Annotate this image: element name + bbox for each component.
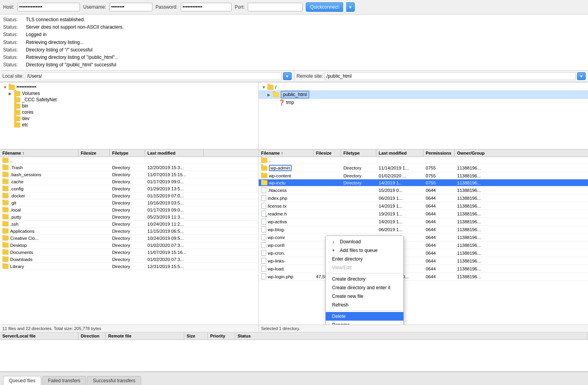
ctx-item-label: Download xyxy=(340,239,361,245)
remote-file-row[interactable]: wp-blog- 06/2019 1... 0644 11388196... xyxy=(259,226,588,234)
file-owner-cell: 11388196... xyxy=(455,235,588,240)
remote-col-header-size[interactable]: Filesize xyxy=(314,150,341,157)
local-file-row[interactable]: .ssh Directory 10/24/2019 11:2... xyxy=(0,221,258,228)
remote-tree-item[interactable]: ❓tmp xyxy=(259,99,588,106)
quickconnect-button[interactable]: Quickconnect xyxy=(306,2,343,12)
remote-file-row[interactable]: wp-inclu Directory 14/2019 1... 0755 113… xyxy=(259,179,588,186)
file-name: wp-blog- xyxy=(268,227,285,232)
local-col-header-modified[interactable]: Last modified xyxy=(145,150,204,157)
file-perms-cell: 0755 xyxy=(423,173,455,179)
ctx-item-icon: ↓ xyxy=(332,239,338,245)
status-label: Status: xyxy=(3,54,23,61)
remote-path-input[interactable] xyxy=(325,72,575,80)
context-menu-item[interactable]: Delete xyxy=(326,312,403,321)
file-name-cell: wp-inclu xyxy=(259,180,314,186)
remote-file-row[interactable]: wp-activa 14/2019 1... 0644 11388196... xyxy=(259,218,588,226)
local-file-row[interactable]: Library Directory 12/31/2019 15:5... xyxy=(0,263,258,270)
remote-tree-item[interactable]: ▼/ xyxy=(259,84,588,90)
local-file-row[interactable]: .local Directory 01/17/2019 09:0... xyxy=(0,206,258,213)
file-icon xyxy=(261,242,266,248)
local-tree-item[interactable]: ▼•••••••••••• xyxy=(0,84,258,90)
remote-col-header-type[interactable]: Filetype xyxy=(341,150,376,157)
context-menu-item[interactable]: ↓Download xyxy=(326,237,403,246)
local-file-row[interactable]: .git Directory 10/16/2019 03:5... xyxy=(0,199,258,206)
local-col-header-size[interactable]: Filesize xyxy=(78,150,110,157)
remote-file-row[interactable]: wp-login.php 47,597 php-file 12/13/2019 … xyxy=(259,273,588,281)
local-tree-item[interactable]: cores xyxy=(0,109,258,115)
tab-successful-transfers[interactable]: Successful transfers xyxy=(87,376,141,385)
local-file-row[interactable]: Creative Clo... Directory 10/24/2019 09:… xyxy=(0,235,258,242)
remote-file-row[interactable]: index.php 06/2019 1... 0644 11388196... xyxy=(259,194,588,202)
remote-file-row[interactable]: wp-confi 12/2019 1... 0644 11388196... xyxy=(259,241,588,249)
port-input[interactable] xyxy=(248,3,303,11)
local-file-row[interactable]: Downloads Directory 01/02/2020 07:3... xyxy=(0,256,258,263)
context-menu-item[interactable]: Create directory and enter it xyxy=(326,283,403,292)
file-attrs-cell xyxy=(204,167,258,168)
context-menu-item[interactable]: Refresh xyxy=(326,301,403,309)
context-menu-item[interactable]: Create new file xyxy=(326,292,403,301)
file-type-cell xyxy=(341,221,376,222)
local-file-row[interactable]: .. xyxy=(0,157,258,164)
tab-queued-files[interactable]: Queued files xyxy=(3,376,41,385)
local-file-row[interactable]: .config Directory 01/29/2019 13:5... xyxy=(0,185,258,192)
local-tree-item[interactable]: bin xyxy=(0,103,258,109)
file-icon xyxy=(261,219,266,224)
local-col-header-name[interactable]: Filename ↑ xyxy=(0,150,78,157)
context-menu-item[interactable]: +Add files to queue xyxy=(326,246,403,255)
context-menu-item[interactable]: Enter directory xyxy=(326,255,403,263)
remote-file-row[interactable]: license.tx 14/2019 1... 0644 11388196... xyxy=(259,202,588,210)
remote-file-row[interactable]: readme.h 19/2019 1... 0644 11388196... xyxy=(259,210,588,218)
local-col-header-attrs[interactable] xyxy=(204,150,258,157)
remote-site-dropdown[interactable]: ▼ xyxy=(577,72,586,80)
local-site-dropdown[interactable]: ▼ xyxy=(283,72,292,80)
remote-file-row[interactable]: wp-cron. 14/2019 1... 0644 11388196... xyxy=(259,249,588,257)
local-file-row[interactable]: Documents Directory 11/07/2019 15:16... xyxy=(0,249,258,256)
remote-file-row[interactable]: .htaccess 15/2019 0... 0644 11388196... xyxy=(259,186,588,194)
remote-file-row[interactable]: .. xyxy=(259,157,588,164)
tree-item-label: / xyxy=(275,84,276,90)
file-owner-cell: 11388196... xyxy=(455,219,588,224)
remote-file-row[interactable]: wp-content Directory 01/02/2020 ... 0755… xyxy=(259,172,588,179)
ctx-item-label: View/Edit xyxy=(332,265,352,270)
file-modified-cell: 19/2019 1... xyxy=(376,211,423,217)
remote-col-header-owner[interactable]: Owner/Group xyxy=(455,150,588,157)
remote-col-header-modified[interactable]: Last modified xyxy=(376,150,423,157)
local-file-row[interactable]: .putty Directory 05/23/2019 11:3... xyxy=(0,213,258,221)
remote-file-row[interactable]: wp-load. 14/2019 1... 0644 11388196... xyxy=(259,265,588,273)
local-file-row[interactable]: .bash_sessions Directory 11/07/2019 15:1… xyxy=(0,171,258,178)
tree-arrow: ▶ xyxy=(9,91,14,96)
status-bars: 11 files and 22 directories. Total size:… xyxy=(0,325,588,332)
local-col-header-type[interactable]: Filetype xyxy=(110,150,145,157)
context-menu-item[interactable]: Rename xyxy=(326,321,403,325)
folder-icon xyxy=(14,116,20,121)
host-input[interactable] xyxy=(17,3,80,11)
password-input[interactable] xyxy=(181,3,232,11)
quickconnect-dropdown-button[interactable]: ▼ xyxy=(346,2,355,12)
file-type-cell: Directory xyxy=(110,257,145,262)
tree-item-label: Volumes xyxy=(22,91,40,96)
tab-failed-transfers[interactable]: Failed transfers xyxy=(42,376,86,385)
local-path-input[interactable] xyxy=(25,72,281,80)
remote-col-header-name[interactable]: Filename ↑ xyxy=(259,150,314,157)
local-tree-item[interactable]: ▶Volumes xyxy=(0,90,258,97)
remote-file-row[interactable]: wp-admin Directory 11/14/2019 1... 0755 … xyxy=(259,164,588,172)
local-tree-item[interactable]: _CCC SafetyNet xyxy=(0,97,258,103)
username-input[interactable] xyxy=(109,3,152,11)
remote-file-row[interactable]: wp-links- 14/2019 1... 0644 11388196... xyxy=(259,257,588,265)
context-menu-item[interactable]: Create directory xyxy=(326,275,403,283)
file-name: Downloads xyxy=(10,257,33,262)
local-file-row[interactable]: Applications Directory 11/15/2019 06:5..… xyxy=(0,228,258,235)
local-file-row[interactable]: .Trash Directory 12/20/2019 15:3... xyxy=(0,164,258,171)
local-file-row[interactable]: Desktop Directory 01/02/2020 07:3... xyxy=(0,242,258,249)
file-modified-cell: 11/14/2019 1... xyxy=(376,165,423,171)
local-file-row[interactable]: .cache Directory 01/17/2019 09:0... xyxy=(0,178,258,185)
file-name-cell: Library xyxy=(0,263,78,269)
remote-col-header-perms[interactable]: Permissions xyxy=(423,150,455,157)
local-file-row[interactable]: .docker Directory 01/15/2019 07:0... xyxy=(0,192,258,199)
remote-tree-item[interactable]: ▶public_html xyxy=(259,90,588,99)
remote-file-row[interactable]: wp-comr 06/2019 1... 0644 11388196... xyxy=(259,234,588,241)
folder-icon xyxy=(2,228,9,234)
local-tree-item[interactable]: dev xyxy=(0,115,258,122)
file-perms-cell: 0644 xyxy=(423,266,455,272)
local-tree-item[interactable]: etc xyxy=(0,122,258,128)
